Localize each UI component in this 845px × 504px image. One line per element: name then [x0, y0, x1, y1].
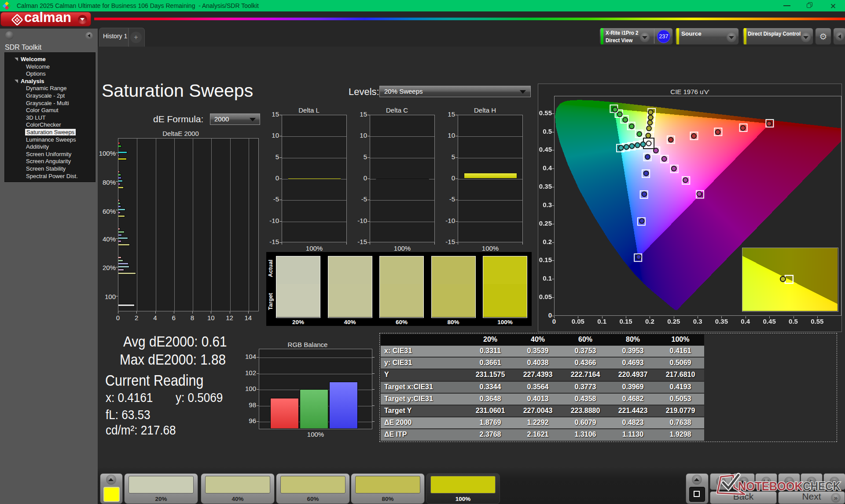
svg-text:NOTEBOOK: NOTEBOOK: [738, 479, 803, 493]
svg-text:CHECK: CHECK: [803, 479, 841, 493]
